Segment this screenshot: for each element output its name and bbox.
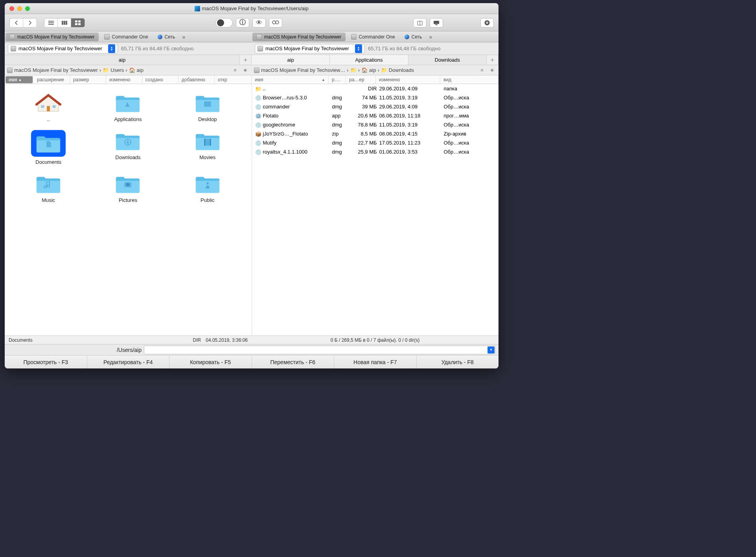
overflow-chevron-icon[interactable]: » — [180, 34, 188, 40]
breadcrumb-item[interactable]: 📁Users — [103, 67, 124, 73]
column-header[interactable]: откр — [215, 75, 252, 84]
column-header[interactable]: вид — [440, 75, 498, 84]
path-input[interactable]: ▼ — [144, 346, 495, 354]
download-button[interactable] — [480, 18, 494, 27]
file-row[interactable]: 📁..DIR29.06.2019, 4:09папка — [252, 84, 499, 93]
svg-rect-5 — [66, 21, 67, 25]
volume-label: macOS Mojave Final by Techsviewer — [265, 46, 349, 51]
column-header[interactable]: изменено — [376, 75, 440, 84]
app-icon — [195, 6, 200, 11]
svg-rect-15 — [435, 24, 438, 25]
connect-button[interactable] — [430, 18, 443, 27]
svg-rect-8 — [75, 23, 77, 25]
quicklook-button[interactable]: 👁 — [252, 18, 266, 27]
back-button[interactable] — [10, 18, 23, 27]
function-key-button[interactable]: Редактировать - F4 — [87, 355, 170, 368]
column-headers: имя▲расширениеразмеризмененосозданодобав… — [5, 75, 498, 84]
column-header[interactable]: размер — [70, 75, 106, 84]
folder-item[interactable]: Pictures — [88, 173, 167, 203]
history-button[interactable]: ≡ — [478, 67, 486, 74]
file-row[interactable]: ⚙️Flotatoapp20,6 МБ06.06.2019, 11:18прог… — [252, 111, 499, 120]
separator-icon: › — [125, 67, 127, 73]
search-button[interactable] — [269, 18, 282, 27]
function-key-button[interactable]: Просмотреть - F3 — [5, 355, 87, 368]
archive-button[interactable] — [413, 18, 427, 27]
breadcrumb-item[interactable]: macOS Mojave Final by Techsviewer — [7, 67, 98, 73]
folder-icon — [193, 173, 222, 195]
hidden-files-toggle[interactable] — [215, 18, 233, 27]
panel-tab[interactable]: aip — [252, 55, 330, 65]
volume-select-left[interactable]: macOS Mojave Final by Techsviewer ▲▼ — [8, 44, 118, 53]
status-left: Documents DIR 04.05.2019, 3:36:06 — [5, 336, 252, 344]
app-tab[interactable]: Commander One — [100, 33, 152, 41]
breadcrumb-item[interactable]: 🏠aip — [361, 67, 376, 73]
svg-point-11 — [276, 21, 279, 24]
favorite-button[interactable]: ★ — [241, 67, 249, 74]
breadcrumb-item[interactable]: 📁 — [350, 67, 357, 73]
column-header[interactable]: изменено — [106, 75, 142, 84]
breadcrumb-item[interactable]: macOS Mojave Final by Techsview… — [254, 67, 345, 73]
panel-tab-add-right[interactable]: + — [487, 55, 498, 65]
folder-icon — [114, 92, 142, 114]
panel-tab[interactable]: Applications — [330, 55, 408, 65]
view-list-button[interactable] — [44, 18, 58, 27]
column-header[interactable]: расширение — [34, 75, 70, 84]
function-key-button[interactable]: Новая папка - F7 — [334, 355, 417, 368]
file-row[interactable]: 📦jJoYSrzG…_Flotatozip8,5 МБ08.06.2019, 4… — [252, 129, 499, 138]
folder-item[interactable]: Documents — [9, 130, 88, 165]
favorite-button[interactable]: ★ — [488, 67, 496, 74]
file-row[interactable]: 💿Browser…rus-5.3.0dmg74 МБ11.05.2019, 3:… — [252, 93, 499, 102]
overflow-chevron-icon[interactable]: » — [427, 34, 434, 40]
file-row[interactable]: 💿royaltsx_4.1.1.1000dmg25,9 МБ01.06.2019… — [252, 147, 499, 156]
file-row[interactable]: 💿googlechromedmg78,8 МБ11.05.2019, 3:19О… — [252, 120, 499, 129]
view-columns-button[interactable] — [58, 18, 71, 27]
titlebar: macOS Mojave Final by Techsviewer/Users/… — [5, 3, 498, 14]
column-header[interactable]: добавлено — [178, 75, 215, 84]
forward-button[interactable] — [23, 18, 37, 27]
folder-item[interactable]: Downloads — [88, 130, 167, 165]
breadcrumb-left: macOS Mojave Final by Techsviewer›📁Users… — [5, 65, 252, 75]
folder-item[interactable]: Movies — [168, 130, 247, 165]
svg-point-27 — [206, 182, 209, 185]
volume-select-right[interactable]: macOS Mojave Final by Techsviewer ▲▼ — [255, 44, 365, 53]
hd-icon — [258, 46, 263, 51]
column-header[interactable]: ра…ер — [346, 75, 376, 84]
pane-left: ..ApplicationsDesktopDocumentsDownloadsM… — [5, 84, 252, 335]
column-header[interactable]: имя▲ — [6, 76, 33, 83]
folder-item[interactable]: Applications — [88, 92, 167, 122]
folder-item[interactable]: Music — [9, 173, 88, 203]
history-button[interactable]: ≡ — [231, 67, 239, 74]
svg-rect-2 — [48, 24, 54, 25]
panel-tab[interactable]: Downloads — [408, 55, 487, 65]
app-tab[interactable]: macOS Mojave Final by Techsviewer — [252, 33, 346, 41]
panel-tab-add-left[interactable]: + — [240, 55, 252, 65]
app-tab[interactable]: macOS Mojave Final by Techsviewer — [6, 33, 99, 41]
minimize-icon[interactable] — [17, 6, 22, 11]
breadcrumb-item[interactable]: 📁Downloads — [381, 67, 414, 73]
close-icon[interactable] — [9, 6, 14, 11]
hd-icon — [9, 34, 15, 40]
panel-tabs-row: aip + aipApplicationsDownloads+ — [5, 55, 498, 65]
app-tab[interactable]: Сеть — [401, 33, 426, 41]
app-tab[interactable]: Commander One — [347, 33, 399, 41]
function-key-button[interactable]: Переместить - F6 — [252, 355, 335, 368]
app-tab[interactable]: Сеть — [154, 33, 179, 41]
breadcrumb-item[interactable]: 🏠aip — [129, 67, 143, 73]
function-key-button[interactable]: Удалить - F8 — [417, 355, 499, 368]
folder-icon — [193, 92, 222, 114]
column-header[interactable]: имя▲ — [252, 75, 329, 84]
svg-rect-19 — [53, 105, 56, 108]
panel-tab-left[interactable]: aip — [5, 55, 240, 65]
folder-item[interactable]: .. — [9, 92, 88, 122]
column-header[interactable]: р…. — [329, 75, 346, 84]
folder-item[interactable]: Public — [168, 173, 247, 203]
breadcrumb-right: macOS Mojave Final by Techsview…›📁›🏠aip›… — [252, 65, 498, 75]
file-row[interactable]: 💿commanderdmg39 МБ29.06.2019, 4:09Обр…ис… — [252, 102, 499, 111]
info-button[interactable]: ⓘ — [236, 18, 249, 27]
file-row[interactable]: 💿Mutifydmg22,7 МБ17.05.2019, 11:23Обр…ис… — [252, 138, 499, 147]
column-header[interactable]: создано — [142, 75, 178, 84]
zoom-icon[interactable] — [25, 6, 30, 11]
view-icons-button[interactable] — [71, 18, 85, 27]
folder-item[interactable]: Desktop — [168, 92, 247, 122]
function-key-button[interactable]: Копировать - F5 — [169, 355, 252, 368]
